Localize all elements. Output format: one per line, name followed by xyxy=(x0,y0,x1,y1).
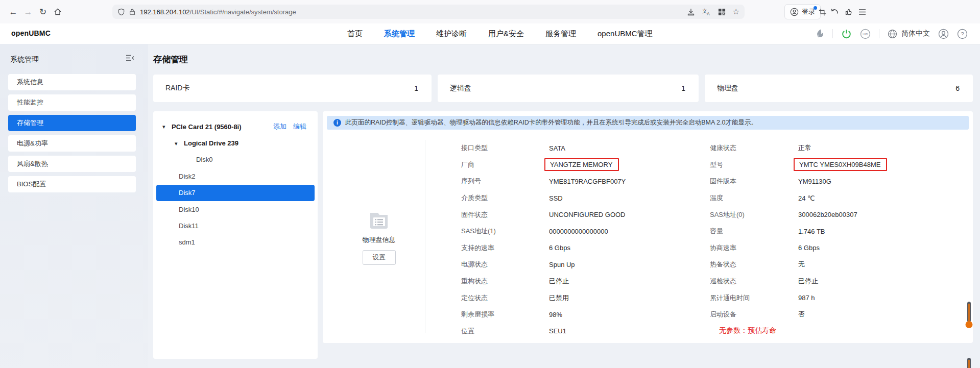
sidebar-item[interactable]: 系统信息 xyxy=(8,74,136,90)
home-icon[interactable] xyxy=(53,7,63,17)
card-label: 逻辑盘 xyxy=(450,84,471,93)
detail-label: 重构状态 xyxy=(461,277,549,286)
divider xyxy=(832,29,833,38)
tree-node-label: Disk11 xyxy=(179,222,199,230)
tree-node-disk[interactable]: Disk11 xyxy=(153,217,318,234)
detail-label: 固件状态 xyxy=(461,210,549,219)
nav-item[interactable]: 系统管理 xyxy=(384,29,415,39)
detail-value: 1.746 TB xyxy=(798,228,825,235)
detail-value: 300062b20eb00307 xyxy=(798,211,857,218)
power-icon[interactable] xyxy=(841,29,852,39)
detail-value: SSD xyxy=(549,194,563,202)
sidebar-item[interactable]: 电源&功率 xyxy=(8,135,136,152)
help-icon[interactable]: ? xyxy=(957,29,968,39)
detail-label: 定位状态 xyxy=(461,293,549,303)
tree-node-disk[interactable]: Disk2 xyxy=(153,168,318,184)
reload-icon[interactable]: ↻ xyxy=(38,7,48,17)
card-label: RAID卡 xyxy=(165,84,189,93)
detail-label: 温度 xyxy=(710,193,798,203)
logical-disk-summary[interactable]: 逻辑盘 1 xyxy=(438,75,699,102)
storage-tree-panel: ▾ PCIe Card 21 (9560-8i) 添加 编辑 ▾ Logical… xyxy=(153,111,318,359)
divider xyxy=(879,29,879,38)
detail-value: 正常 xyxy=(798,143,811,153)
info-icon: i xyxy=(333,119,341,127)
tree-node-label: Disk10 xyxy=(179,206,199,213)
tree-node-disk[interactable]: Disk10 xyxy=(153,201,318,217)
sidebar-item[interactable]: 存储管理 xyxy=(8,115,136,131)
tree-node-disk[interactable]: Disk0 xyxy=(153,152,318,168)
tree-node-label: Disk2 xyxy=(179,173,196,180)
tree-node-label: Logical Drive 239 xyxy=(184,139,238,147)
add-link[interactable]: 添加 xyxy=(273,122,286,131)
nav-item[interactable]: 服务管理 xyxy=(545,29,576,39)
nav-item[interactable]: openUBMC管理 xyxy=(597,29,653,39)
globe-icon[interactable] xyxy=(888,29,897,39)
app-header: openUBMC 首页 系统管理 维护诊断 用户&安全 服务管理 openUBM… xyxy=(0,23,980,44)
forward-icon[interactable]: → xyxy=(23,7,33,17)
sidebar-collapse-icon[interactable] xyxy=(126,54,134,62)
save-page-icon[interactable] xyxy=(687,8,695,16)
tree-disk-list: Disk2 Disk7 Disk10 Disk11 sdm1 xyxy=(153,168,318,251)
sidebar-item-label: 存储管理 xyxy=(17,118,43,128)
language-selector[interactable]: 简体中文 xyxy=(901,29,930,38)
info-banner-text: 此页面的RAID控制器、逻辑驱动器、物理驱动器的信息依赖RAID卡的带外管理功能… xyxy=(345,118,757,127)
nav-item[interactable]: 用户&安全 xyxy=(488,29,524,39)
physical-disk-summary[interactable]: 物理盘 6 xyxy=(705,75,973,102)
thumbs-up-icon[interactable] xyxy=(844,7,854,17)
tree-node-label: PCIe Card 21 (9560-8i) xyxy=(172,123,242,131)
detail-label: 协商速率 xyxy=(710,243,798,253)
detail-row: 剩余磨损率 98% xyxy=(461,306,704,323)
detail-label: 固件版本 xyxy=(710,177,798,186)
page-title: 存储管理 xyxy=(153,54,188,65)
tree-node-disk[interactable]: sdm1 xyxy=(153,234,318,251)
qr-code-icon[interactable] xyxy=(718,8,726,16)
nav-item[interactable]: 维护诊断 xyxy=(436,29,467,39)
browser-menu-icon[interactable] xyxy=(857,7,867,17)
missing-parameter-note: 无参数：预估寿命 xyxy=(719,326,776,335)
detail-label: SAS地址(0) xyxy=(710,210,798,219)
detail-row: 温度 24 ℃ xyxy=(710,190,965,207)
tree-node-raid-card[interactable]: ▾ PCIe Card 21 (9560-8i) 添加 编辑 xyxy=(153,118,318,135)
lock-icon[interactable] xyxy=(129,8,136,15)
browser-login-button[interactable]: 登录 xyxy=(784,4,821,19)
screenshot-crop-icon[interactable] xyxy=(817,7,827,17)
nav-item[interactable]: 首页 xyxy=(347,29,363,39)
back-icon[interactable]: ← xyxy=(8,7,18,17)
detail-label: 剩余磨损率 xyxy=(461,310,549,319)
detail-row: 支持的速率 6 Gbps xyxy=(461,240,704,257)
user-icon[interactable] xyxy=(938,29,949,39)
detail-label: 启动设备 xyxy=(710,310,798,319)
undo-icon[interactable] xyxy=(829,7,840,17)
address-bar[interactable]: 192.168.204.102/UI/Static/#/navigate/sys… xyxy=(112,5,745,19)
detail-value: 0000000000000000 xyxy=(549,228,608,235)
shield-icon[interactable] xyxy=(117,8,125,16)
detail-label: 累计通电时间 xyxy=(710,293,798,303)
caret-down-icon[interactable]: ▾ xyxy=(175,140,178,146)
edit-link[interactable]: 编辑 xyxy=(293,122,306,131)
brand-flame-icon xyxy=(815,29,824,39)
detail-value: 24 ℃ xyxy=(798,194,815,202)
detail-column-left: 接口类型 SATA 厂商 YANGTZE MEMORY 序列号 YME81T9R… xyxy=(461,140,704,339)
caret-down-icon[interactable]: ▾ xyxy=(162,124,165,130)
detail-value: 987 h xyxy=(798,294,815,302)
tree-node-logical-drive[interactable]: ▾ Logical Drive 239 xyxy=(153,135,318,151)
settings-button[interactable]: 设置 xyxy=(363,250,396,265)
thermometer-icon[interactable] xyxy=(965,301,973,329)
thermometer-icon[interactable] xyxy=(965,357,973,368)
bookmark-star-icon[interactable]: ☆ xyxy=(733,7,739,16)
sidebar-item[interactable]: 性能监控 xyxy=(8,94,136,111)
detail-value: 6 Gbps xyxy=(798,244,820,252)
detail-row: 固件版本 YM91130G xyxy=(710,173,965,190)
raid-card-summary[interactable]: RAID卡 1 xyxy=(153,75,432,102)
app-logo: openUBMC xyxy=(11,29,51,37)
detail-value: 否 xyxy=(798,310,805,319)
uid-indicator-icon[interactable]: UID xyxy=(860,29,871,39)
translate-icon[interactable]: 文A xyxy=(702,8,711,16)
detail-row: 累计通电时间 987 h xyxy=(710,289,965,306)
vertical-divider xyxy=(425,140,425,333)
detail-label: 巡检状态 xyxy=(710,277,798,286)
detail-value: Spun Up xyxy=(549,261,575,268)
tree-node-disk[interactable]: Disk7 xyxy=(156,185,315,201)
sidebar-item[interactable]: 风扇&散热 xyxy=(8,156,136,172)
sidebar-item[interactable]: BIOS配置 xyxy=(8,176,136,192)
